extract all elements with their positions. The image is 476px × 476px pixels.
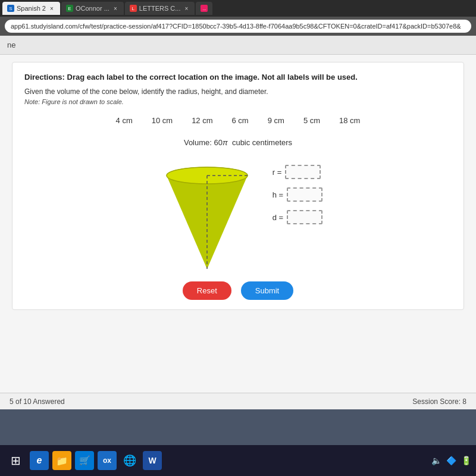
drag-label-5[interactable]: 5 cm	[301, 115, 322, 126]
tab-label-1: Spanish 2	[17, 5, 46, 12]
cone-image	[154, 153, 261, 272]
taskbar-right: 🔈 🔷 🔋	[431, 456, 471, 465]
taskbar-folder-icon[interactable]: 📁	[52, 451, 71, 470]
d-label: d =	[273, 213, 283, 222]
drag-label-1[interactable]: 10 cm	[149, 115, 175, 126]
drag-labels-row: 4 cm 10 cm 12 cm 6 cm 9 cm 5 cm 18 cm	[24, 115, 452, 126]
cone-section: r = h = d =	[24, 153, 452, 272]
tab-spanish2[interactable]: S Spanish 2 ×	[2, 2, 60, 15]
tab-close-2[interactable]: ×	[112, 5, 119, 12]
drag-label-6[interactable]: 18 cm	[337, 115, 362, 126]
r-label: r =	[273, 168, 282, 177]
tab-favicon-3: L	[130, 5, 137, 12]
drag-label-3[interactable]: 6 cm	[230, 115, 251, 126]
answer-boxes: r = h = d =	[273, 153, 322, 224]
progress-text: 5 of 10 Answered	[10, 397, 65, 406]
taskbar-edge-icon[interactable]: e	[30, 451, 49, 470]
sub-text: Given the volume of the cone below, iden…	[24, 87, 452, 96]
answer-row-r: r =	[273, 165, 322, 179]
buttons-row: Reset Submit	[24, 281, 452, 300]
answer-row-d: d =	[273, 210, 322, 224]
reset-button[interactable]: Reset	[183, 281, 231, 300]
question-container: Directions: Drag each label to the corre…	[12, 62, 464, 310]
start-button[interactable]: ⊞	[5, 450, 26, 471]
nav-bar: ne	[0, 36, 476, 55]
tab-4[interactable]: ...	[196, 2, 212, 15]
tab-close-1[interactable]: ×	[48, 5, 55, 12]
nav-text: ne	[7, 40, 15, 49]
tab-label-3: LETTERS C...	[139, 5, 181, 12]
h-label: h =	[273, 190, 283, 199]
taskbar-store-icon[interactable]: 🛒	[75, 451, 94, 470]
drag-label-4[interactable]: 9 cm	[265, 115, 287, 126]
taskbar-word-icon[interactable]: W	[143, 451, 162, 470]
tab-oconnor[interactable]: E OConnor ... ×	[61, 2, 124, 15]
directions-text: Directions: Drag each label to the corre…	[24, 72, 452, 83]
tab-letters[interactable]: L LETTERS C... ×	[125, 2, 195, 15]
tab-bar: S Spanish 2 × E OConnor ... × L LETTERS …	[0, 0, 476, 17]
tab-favicon-4: ...	[201, 5, 208, 12]
submit-button[interactable]: Submit	[241, 281, 293, 300]
taskbar: ⊞ e 📁 🛒 ox 🌐 W 🔈 🔷 🔋	[0, 445, 476, 476]
browser-chrome: S Spanish 2 × E OConnor ... × L LETTERS …	[0, 0, 476, 36]
d-answer-box[interactable]	[287, 210, 322, 224]
address-bar[interactable]: app61.studyisland.com/cfw/test/practice-…	[0, 17, 476, 36]
status-bar: 5 of 10 Answered Session Score: 8	[0, 393, 476, 409]
tab-close-3[interactable]: ×	[183, 5, 190, 12]
taskbar-outlook-icon[interactable]: ox	[98, 451, 117, 470]
score-text: Session Score: 8	[412, 397, 466, 406]
note-text: Note: Figure is not drawn to scale.	[24, 98, 452, 105]
r-answer-box[interactable]	[285, 165, 321, 179]
tab-favicon-2: E	[66, 5, 73, 12]
volume-text: Volume: 60π cubic centimeters	[24, 138, 452, 147]
taskbar-chrome-icon[interactable]: 🌐	[120, 451, 139, 470]
answer-row-h: h =	[273, 187, 322, 202]
tab-label-2: OConnor ...	[76, 5, 109, 12]
page-content: ne Directions: Drag each label to the co…	[0, 36, 476, 393]
h-answer-box[interactable]	[287, 187, 322, 202]
drag-label-0[interactable]: 4 cm	[114, 115, 135, 126]
taskbar-bluetooth-icon: 🔷	[446, 456, 456, 465]
tab-favicon-1: S	[7, 5, 14, 12]
taskbar-network-icon: 🔈	[431, 456, 441, 465]
drag-label-2[interactable]: 12 cm	[189, 115, 215, 126]
taskbar-battery-icon: 🔋	[461, 456, 471, 465]
url-input[interactable]: app61.studyisland.com/cfw/test/practice-…	[5, 20, 471, 33]
svg-marker-1	[167, 176, 248, 269]
